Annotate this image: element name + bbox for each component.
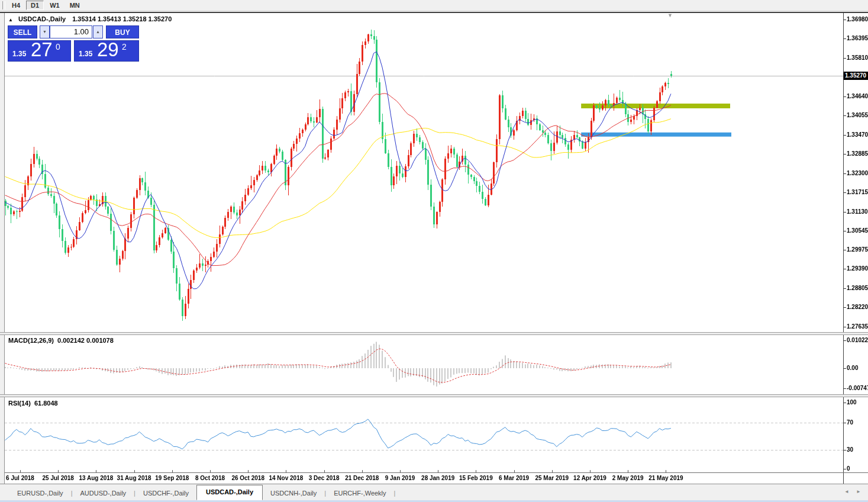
- buy-price-point: 2: [122, 42, 127, 52]
- price-axis-label: 1.34640: [847, 93, 868, 100]
- price-axis-label: 1.28805: [847, 285, 868, 292]
- chart-ohlc-values: 1.35314 1.35413 1.35218 1.35270: [72, 15, 172, 22]
- price-axis-label: 1.36395: [847, 35, 868, 42]
- rsi-pane-bottom-border: [5, 472, 868, 473]
- timeframe-toolbar: H4D1W1MN: [0, 0, 868, 11]
- volume-increase-button[interactable]: ▲: [93, 25, 103, 38]
- triangle-up-icon: ▲: [96, 30, 100, 34]
- tab-eurchf-weekly[interactable]: EURCHF-,Weekly: [326, 487, 393, 500]
- tab-audusd-daily[interactable]: AUDUSD-,Daily: [72, 487, 134, 500]
- timeframe-button-d1[interactable]: D1: [26, 1, 44, 10]
- volume-decrease-button[interactable]: ▼: [40, 25, 50, 38]
- price-axis-label: 1.27635: [847, 323, 868, 330]
- date-axis-label: 21 May 2019: [641, 475, 690, 481]
- mt4-terminal: H4D1W1MN ▲ USDCAD-,Daily 1.35314 1.35413…: [0, 0, 868, 502]
- macd-axis-label: -0.00747: [847, 385, 868, 392]
- tab-eurusd-daily[interactable]: EURUSD-,Daily: [9, 487, 71, 500]
- sell-price-display[interactable]: 1.35 27 0: [8, 40, 71, 62]
- sell-button[interactable]: SELL: [8, 25, 37, 38]
- chart-window-left-border: [0, 13, 5, 484]
- price-axis-label: 1.35810: [847, 54, 868, 62]
- rsi-pane-splitter[interactable]: [0, 394, 868, 397]
- chart-canvas[interactable]: [0, 0, 868, 502]
- tab-separator: |: [394, 490, 396, 500]
- volume-input[interactable]: 1.00: [50, 25, 92, 38]
- price-axis-label: 1.33470: [847, 131, 868, 139]
- price-axis-label: 1.32885: [847, 150, 868, 157]
- timeframe-button-mn[interactable]: MN: [66, 1, 84, 10]
- price-axis-label: 1.28220: [847, 304, 868, 311]
- macd-axis-label: 0.010229: [847, 337, 868, 344]
- collapse-panel-icon[interactable]: ▲: [8, 17, 13, 22]
- sell-price-base: 1.35: [12, 50, 26, 58]
- triangle-down-icon: ▼: [43, 30, 47, 34]
- rsi-indicator-label: RSI(14)61.8048: [8, 400, 58, 407]
- macd-pane-splitter[interactable]: [0, 332, 868, 335]
- rsi-value: 61.8048: [34, 400, 58, 407]
- one-click-trading-panel: SELL ▼ 1.00 ▲ BUY 1.35 27 0 1.35 29 2: [8, 25, 139, 62]
- macd-axis-label: 0.00: [847, 365, 858, 372]
- price-axis-label: 1.32300: [847, 170, 868, 177]
- price-axis-label: 1.36980: [847, 16, 868, 23]
- toolbar-grip: [2, 1, 5, 9]
- price-axis-label: 1.29390: [847, 265, 868, 272]
- price-axis-label: 1.31715: [847, 189, 868, 196]
- buy-price-display[interactable]: 1.35 29 2: [74, 40, 139, 62]
- rsi-name: RSI(14): [8, 400, 31, 407]
- tab-usdchf-daily[interactable]: USDCHF-,Daily: [135, 487, 196, 500]
- tab-scroll-right-icon[interactable]: ►: [856, 489, 861, 494]
- rsi-axis-label: 70: [847, 419, 853, 426]
- timeframe-button-w1[interactable]: W1: [46, 1, 64, 10]
- price-axis-label: 1.29975: [847, 246, 868, 253]
- buy-price-pips: 29: [97, 38, 119, 61]
- buy-button[interactable]: BUY: [106, 25, 139, 38]
- chart-tab-bar: EURUSD-,Daily|AUDUSD-,Daily|USDCHF-,Dail…: [0, 484, 868, 500]
- sell-price-pips: 27: [31, 38, 53, 61]
- sell-price-point: 0: [56, 42, 60, 52]
- chart-title: ▲ USDCAD-,Daily 1.35314 1.35413 1.35218 …: [8, 15, 172, 22]
- price-axis-separator: [843, 13, 844, 484]
- current-price-badge: 1.35270: [844, 72, 868, 80]
- chart-shift-icon[interactable]: ▼: [667, 12, 673, 18]
- price-axis-label: 1.31130: [847, 208, 868, 215]
- price-axis-label: 1.34055: [847, 112, 868, 119]
- rsi-axis-label: 0: [847, 465, 850, 472]
- chart-symbol-label: USDCAD-,Daily: [18, 15, 66, 22]
- macd-values: 0.002142 0.001078: [57, 337, 114, 344]
- rsi-axis-label: 30: [847, 446, 853, 453]
- timeframe-button-h4[interactable]: H4: [8, 1, 24, 10]
- tab-usdcad-daily[interactable]: USDCAD-,Daily: [196, 485, 263, 500]
- tab-scroll-arrows: ◄ ►: [838, 489, 861, 494]
- tab-usdcnh-daily[interactable]: USDCNH-,Daily: [263, 487, 324, 500]
- chart-window-top-border: [0, 12, 868, 13]
- tab-scroll-left-icon[interactable]: ◄: [844, 489, 849, 494]
- macd-indicator-label: MACD(12,26,9)0.002142 0.001078: [8, 337, 114, 344]
- rsi-axis-label: 100: [847, 399, 857, 406]
- buy-price-base: 1.35: [79, 50, 92, 58]
- macd-name: MACD(12,26,9): [8, 337, 54, 344]
- price-axis-label: 1.30545: [847, 227, 868, 234]
